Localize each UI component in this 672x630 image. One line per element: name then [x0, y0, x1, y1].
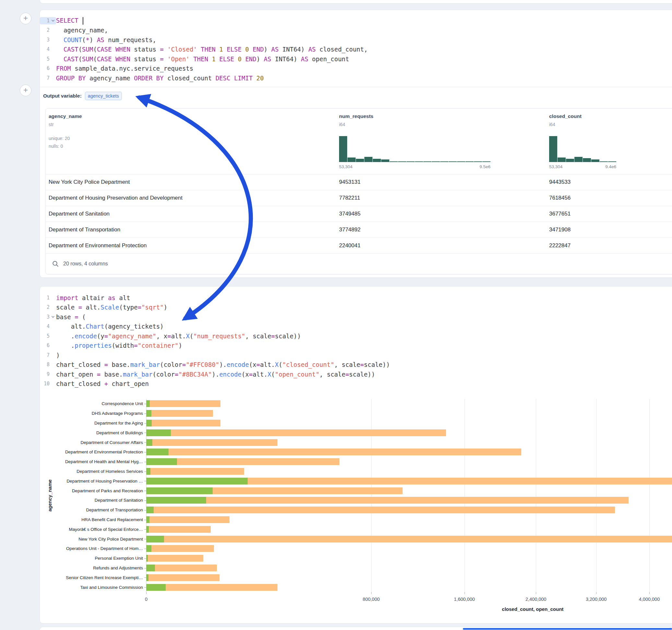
code-line: 2scale = alt.Scale(type="sqrt"): [40, 303, 672, 312]
bar-open: [146, 545, 151, 552]
table-cell: 3774892: [339, 222, 360, 238]
table-cell: 7618456: [549, 190, 571, 206]
chevron-down-icon[interactable]: [51, 19, 55, 22]
y-tick-label: Operations Unit - Department of Hom…: [40, 546, 143, 551]
column-meta: unique: 20: [49, 135, 249, 142]
table-footer: 20 rows, 4 columns: [46, 253, 672, 274]
table-row[interactable]: Department of Sanitation37494853677651: [46, 206, 672, 222]
code-line: 1SELECT: [40, 16, 672, 26]
line-gutter: 6: [40, 342, 56, 349]
bar-closed: [146, 584, 278, 591]
bar-closed: [146, 536, 672, 542]
histogram-min-label: 53,304: [339, 164, 352, 169]
y-tick-label: HRA Benefit Card Replacement: [40, 517, 143, 522]
bar-open: [146, 439, 152, 446]
line-gutter: 10: [40, 380, 56, 387]
bar-closed: [146, 449, 521, 455]
column-name: closed_count: [549, 113, 672, 120]
code-line: 7GROUP BY agency_name ORDER BY closed_co…: [40, 73, 672, 83]
output-variable-chip[interactable]: agency_tickets: [85, 92, 122, 100]
line-number: 7: [40, 75, 50, 81]
line-number: 5: [40, 333, 50, 339]
line-gutter: 2: [40, 304, 56, 311]
y-tick-label: Refunds and Adjustments: [40, 565, 143, 571]
bar-open: [146, 536, 164, 542]
bar-open: [146, 507, 154, 513]
code-line: 3 COUNT(*) AS num_requests,: [40, 35, 672, 45]
code-line: 4 alt.Chart(agency_tickets): [40, 322, 672, 332]
bar-open: [146, 497, 206, 504]
add-cell-button-2[interactable]: +: [20, 84, 31, 96]
bar-closed: [146, 564, 217, 571]
bar-closed: [146, 410, 213, 417]
line-number: 1: [40, 18, 50, 24]
bar-closed: [146, 555, 203, 562]
table-cell: 2222847: [549, 238, 571, 253]
table-cell: Department of Sanitation: [49, 206, 110, 222]
table-row[interactable]: New York City Police Department945313194…: [46, 174, 672, 190]
python-editor[interactable]: 1import altair as alt2scale = alt.Scale(…: [40, 293, 672, 389]
y-tick-label: Department of Buildings: [40, 430, 143, 435]
table-row[interactable]: Department of Transportation377489234719…: [46, 222, 672, 238]
table-cell: 7782211: [339, 190, 360, 206]
y-tick-label: New York City Police Department: [40, 537, 143, 541]
bar-closed: [146, 574, 219, 581]
output-variable-row: Output variable: agency_tickets: [43, 91, 122, 101]
table-row-count: 20 rows, 4 columns: [63, 261, 108, 267]
selected-cell-indicator: [463, 628, 672, 630]
bar-open: [146, 584, 166, 591]
plus-icon: +: [23, 86, 28, 94]
code-line: 1import altair as alt: [40, 293, 672, 303]
bar-open: [146, 449, 169, 455]
column-header: closed_counti6453,3049.4e6: [549, 113, 672, 127]
column-header: num_requestsi6453,3049.5e6: [339, 113, 540, 127]
line-gutter: 8: [40, 361, 56, 368]
code-line: 3base = (: [40, 312, 672, 322]
table-cell: 3471908: [549, 222, 571, 238]
line-number: 9: [40, 371, 50, 377]
plus-icon: +: [23, 14, 28, 22]
python-cell-card: 1import altair as alt2scale = alt.Scale(…: [40, 286, 672, 624]
table-cell: 3677651: [549, 206, 571, 222]
bar-closed: [146, 400, 220, 407]
bar-open: [146, 487, 213, 494]
line-gutter: 7: [40, 75, 56, 82]
bar-open: [146, 468, 150, 475]
sql-cell-card: 1SELECT 2 agency_name,3 COUNT(*) AS num_…: [40, 10, 672, 278]
line-gutter: 4: [40, 46, 56, 53]
gridline: [464, 399, 465, 592]
table-cell: Department of Transportation: [49, 222, 120, 238]
line-number: 7: [40, 352, 50, 358]
line-gutter: 3: [40, 313, 56, 320]
y-tick-label: Personal Exemption Unit: [40, 556, 143, 561]
bar-closed: [146, 497, 628, 504]
y-tick-label: Taxi and Limousine Commission: [40, 585, 143, 590]
column-histogram: [339, 136, 490, 162]
y-tick-label: Mayorâ€ s Office of Special Enforce…: [40, 527, 143, 532]
code-line: 5 .encode(y="agency_name", x=alt.X("num_…: [40, 331, 672, 341]
x-tick-mark: [536, 592, 536, 594]
line-number: 2: [40, 27, 50, 33]
bar-chart: 0800,0001,600,0002,400,0003,200,0004,000…: [40, 394, 672, 621]
bar-open: [146, 410, 151, 417]
x-tick-label: 3,200,000: [586, 597, 607, 602]
table-row[interactable]: Department of Environmental Protection22…: [46, 238, 672, 253]
line-gutter: 4: [40, 323, 56, 330]
previous-cell-edge: [40, 0, 672, 4]
x-tick-mark: [464, 592, 465, 594]
add-cell-button[interactable]: +: [20, 13, 31, 24]
x-tick-label: 1,600,000: [454, 597, 475, 602]
y-tick-label: Department of Health and Mental Hyg…: [40, 459, 143, 464]
sql-editor[interactable]: 1SELECT 2 agency_name,3 COUNT(*) AS num_…: [40, 16, 672, 83]
bar-closed: [146, 516, 230, 523]
table-row[interactable]: Department of Housing Preservation and D…: [46, 190, 672, 206]
bar-open: [146, 458, 177, 465]
search-icon[interactable]: [52, 261, 59, 267]
chevron-down-icon[interactable]: [51, 315, 55, 318]
table-cell: 9443533: [549, 174, 571, 190]
gridline: [649, 399, 650, 592]
y-tick-label: Department of Environmental Protection: [40, 450, 143, 454]
column-histogram: [549, 136, 616, 162]
column-name: agency_name: [49, 113, 249, 120]
line-number: 2: [40, 304, 50, 310]
